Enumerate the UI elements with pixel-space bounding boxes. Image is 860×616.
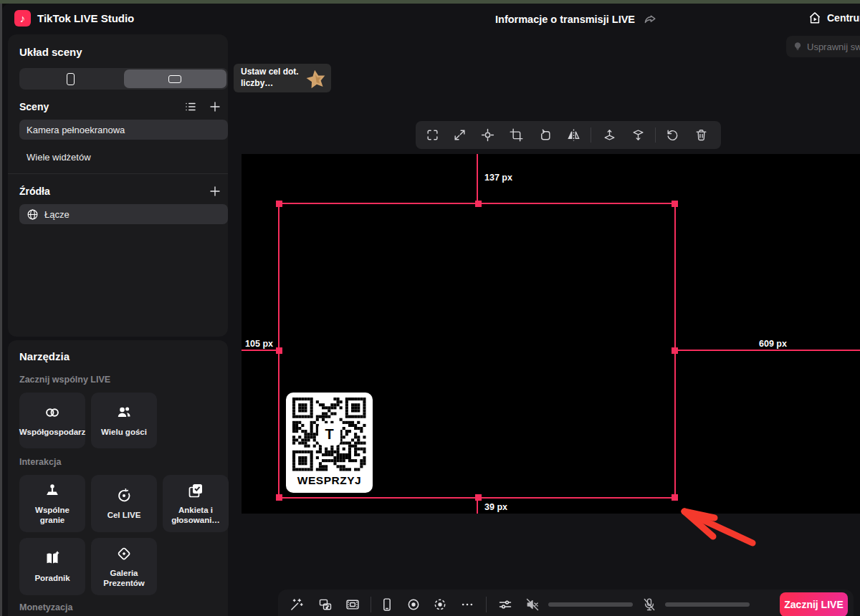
guide-icon (44, 550, 61, 567)
scene-layout-title: Układ sceny (19, 46, 82, 58)
center-target-icon[interactable] (479, 126, 496, 143)
divider (486, 597, 487, 612)
undo-icon[interactable] (664, 126, 681, 143)
star-icon (304, 67, 328, 92)
qr-center-logo: T (318, 423, 340, 446)
audio-mixer-icon[interactable] (497, 596, 514, 613)
speaker-volume-slider[interactable] (548, 602, 633, 607)
multi-guest-icon (115, 404, 133, 421)
measure-label-bottom: 39 px (484, 502, 507, 512)
tool-tile-label: Współgospodarz (19, 427, 86, 437)
portrait-toggle-button[interactable] (19, 68, 123, 90)
qr-code-overlay[interactable]: T WESPRZYJ (286, 393, 373, 493)
send-backward-icon[interactable] (629, 126, 646, 143)
mobile-device-icon[interactable] (378, 596, 396, 613)
speaker-muted-icon[interactable] (524, 596, 541, 613)
tool-tile-coplay[interactable]: Wspólne granie (19, 475, 85, 532)
record-icon[interactable] (405, 596, 422, 613)
interaction-group-label: Interakcja (19, 457, 61, 467)
add-scene-button[interactable] (209, 100, 221, 113)
fit-screen-icon[interactable] (424, 126, 441, 143)
divider (591, 127, 591, 143)
scene-item-fullscreen-camera[interactable]: Kamera pełnoekranowa (19, 120, 228, 140)
poll-icon (187, 482, 204, 499)
cohost-icon (44, 404, 61, 421)
scene-layout-panel: Układ sceny Sceny Kamera pełnoekranowa W… (8, 34, 228, 337)
tool-tile-label: Galeria Prezentów (94, 568, 154, 589)
tiktok-logo-icon[interactable]: ♪ (14, 10, 31, 27)
measure-label-right: 609 px (759, 339, 787, 349)
goal-icon (115, 487, 133, 504)
qr-caption: WESPRZYJ (286, 474, 373, 487)
joystick-icon (44, 482, 61, 499)
gift-gallery-icon (115, 545, 133, 562)
scene-item-label: Wiele widżetów (27, 152, 91, 163)
scene-list-icon[interactable] (184, 100, 197, 113)
tool-tile-guide[interactable]: Poradnik (19, 538, 85, 595)
tool-tile-live-goal[interactable]: Cel LIVE (91, 475, 157, 532)
add-source-button[interactable] (209, 185, 221, 198)
app-title: TikTok LIVE Studio (37, 12, 134, 24)
divider (371, 597, 371, 612)
live-center-link[interactable]: Centrum (808, 11, 860, 25)
set-goal-tooltip[interactable]: Ustaw cel dot. liczby… (234, 64, 331, 92)
scenes-title: Sceny (19, 101, 49, 112)
landscape-toggle-button[interactable] (124, 69, 227, 88)
measure-line-top (477, 154, 478, 203)
screen: ♪ TikTok LIVE Studio Informacje o transm… (0, 0, 860, 616)
virtual-background-icon[interactable] (344, 596, 361, 613)
start-live-button[interactable]: Zacznij LIVE (780, 592, 848, 616)
tool-tile-gift-gallery[interactable]: Galeria Prezentów (91, 538, 157, 595)
tools-panel: Narzędzia Zacznij wspólny LIVE Współgosp… (8, 340, 228, 616)
selection-handle-sw[interactable] (276, 494, 282, 501)
selection-handle-ne[interactable] (672, 201, 678, 207)
bring-forward-icon[interactable] (601, 126, 618, 143)
share-icon[interactable] (644, 12, 657, 26)
live-center-label: Centrum (827, 12, 860, 24)
effects-wand-icon[interactable] (288, 596, 305, 613)
app-window: ♪ TikTok LIVE Studio Informacje o transm… (2, 4, 860, 616)
portrait-icon (67, 73, 75, 85)
more-options-icon[interactable] (459, 596, 476, 613)
monetization-group-label: Monetyzacja (19, 602, 72, 612)
source-item-link[interactable]: Łącze (19, 204, 228, 224)
improve-tip-label: Usprawnij swo (807, 42, 860, 52)
page-title-wrap: Informacje o transmisji LIVE (432, 12, 661, 26)
sources-title: Źródła (19, 186, 50, 197)
selection-handle-nw[interactable] (276, 201, 282, 207)
orientation-toggle (19, 68, 228, 90)
tool-tile-label: Wspólne granie (22, 505, 82, 526)
mic-volume-slider[interactable] (665, 602, 750, 607)
landscape-icon (168, 75, 181, 83)
improve-tip-pill[interactable]: Usprawnij swo (786, 36, 860, 57)
home-play-icon (808, 11, 822, 25)
media-share-icon[interactable] (317, 596, 334, 613)
set-goal-text: Ustaw cel dot. liczby… (241, 67, 310, 89)
expand-icon[interactable] (451, 126, 468, 143)
tool-tile-multi-guest[interactable]: Wielu gości (91, 393, 157, 448)
cohost-group-label: Zacznij wspólny LIVE (19, 375, 110, 385)
tool-tile-poll[interactable]: Ankieta i głosowani… (163, 475, 229, 532)
delete-icon[interactable] (692, 126, 710, 143)
flip-horizontal-icon[interactable] (565, 126, 582, 143)
bottom-toolbar: Zacznij LIVE (278, 589, 854, 616)
page-title: Informacje o transmisji LIVE (495, 14, 635, 25)
bulb-icon (793, 42, 803, 52)
measure-label-top: 137 px (484, 173, 512, 183)
annotation-arrow (672, 498, 773, 562)
scene-item-multi-widgets[interactable]: Wiele widżetów (19, 147, 228, 167)
tool-tile-label: Poradnik (34, 573, 70, 583)
tool-tile-cohost[interactable]: Współgospodarz (19, 393, 85, 448)
mic-muted-icon[interactable] (641, 596, 658, 613)
record-mode-icon[interactable] (431, 596, 449, 613)
measure-label-left: 105 px (240, 339, 273, 349)
divider (655, 127, 656, 143)
divider (8, 173, 228, 174)
measure-line-right (676, 350, 860, 351)
crop-icon[interactable] (507, 126, 525, 143)
tool-tile-label: Ankieta i głosowani… (166, 505, 226, 526)
tool-tile-label: Cel LIVE (108, 510, 141, 520)
tool-tile-label: Wielu gości (101, 427, 147, 437)
rotate-icon[interactable] (536, 126, 553, 143)
edit-toolbar (416, 121, 721, 149)
